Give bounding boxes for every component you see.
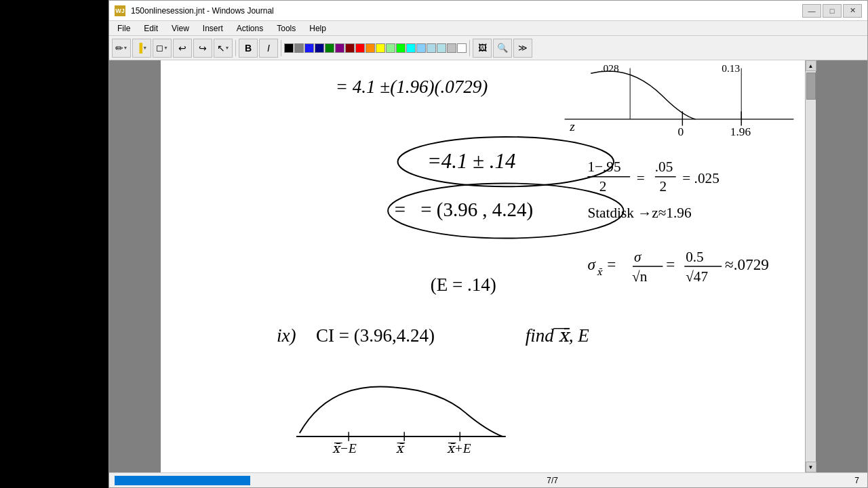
left-black-bar bbox=[0, 0, 108, 488]
pen-tool-button[interactable]: ✏ ▼ bbox=[112, 39, 131, 58]
svg-text:z: z bbox=[569, 119, 575, 134]
menu-tools[interactable]: Tools bbox=[271, 22, 301, 35]
svg-text:x̄: x̄ bbox=[597, 267, 603, 277]
bold-button[interactable]: B bbox=[239, 39, 258, 58]
svg-text:x̄+E: x̄+E bbox=[447, 441, 471, 455]
svg-text:x̄−E: x̄−E bbox=[332, 441, 357, 455]
svg-text:≈.0729: ≈.0729 bbox=[725, 256, 769, 273]
scroll-up-arrow[interactable]: ▲ bbox=[806, 60, 816, 71]
color-dark-red[interactable] bbox=[345, 43, 355, 53]
color-purple[interactable] bbox=[335, 43, 344, 53]
svg-text:0.13: 0.13 bbox=[722, 62, 740, 74]
pen-icon: ✏ bbox=[115, 43, 123, 54]
image-icon: 🖼 bbox=[478, 43, 487, 53]
maximize-button[interactable]: □ bbox=[823, 4, 842, 18]
svg-text:=: = bbox=[395, 199, 406, 220]
redo-button[interactable]: ↪ bbox=[193, 39, 212, 58]
scroll-down-arrow[interactable]: ▼ bbox=[806, 462, 816, 472]
svg-text:CI = (3.96,4.24): CI = (3.96,4.24) bbox=[316, 325, 435, 346]
svg-text:1−.95: 1−.95 bbox=[587, 159, 620, 175]
svg-text:=: = bbox=[607, 256, 616, 273]
svg-text:√47: √47 bbox=[686, 268, 708, 285]
menu-actions[interactable]: Actions bbox=[231, 22, 269, 35]
window-title: 150onlinesession.jnt - Windows Journal bbox=[131, 6, 797, 16]
menu-insert[interactable]: Insert bbox=[197, 22, 229, 35]
svg-text:2: 2 bbox=[599, 178, 607, 195]
color-light-blue[interactable] bbox=[416, 43, 426, 53]
menu-edit[interactable]: Edit bbox=[138, 22, 163, 35]
color-gray[interactable] bbox=[294, 43, 304, 53]
page-number: 7 bbox=[854, 476, 859, 485]
canvas-area: = 4.1 ±(1.96)(.0729) z 0 1.96 .028 bbox=[109, 60, 867, 472]
menu-help[interactable]: Help bbox=[304, 22, 332, 35]
color-blue[interactable] bbox=[304, 43, 314, 53]
eraser-button[interactable]: ◻ ▼ bbox=[153, 39, 172, 58]
color-powder-blue[interactable] bbox=[437, 43, 446, 53]
color-swatches bbox=[284, 43, 467, 53]
toolbar-sep-1 bbox=[235, 40, 236, 56]
titlebar: WJ 150onlinesession.jnt - Windows Journa… bbox=[109, 1, 867, 21]
color-bright-green[interactable] bbox=[396, 43, 406, 53]
svg-text:x̄: x̄ bbox=[396, 441, 405, 455]
app-icon: WJ bbox=[115, 5, 125, 16]
color-red[interactable] bbox=[355, 43, 365, 53]
svg-text:(E = .14): (E = .14) bbox=[431, 274, 496, 295]
toolbar-sep-3 bbox=[469, 40, 470, 56]
vertical-scrollbar[interactable]: ▲ ▼ bbox=[805, 60, 816, 472]
insert-image-button[interactable]: 🖼 bbox=[473, 39, 492, 58]
svg-text:.05: .05 bbox=[655, 159, 673, 175]
color-white[interactable] bbox=[457, 43, 467, 53]
svg-text:Statdisk →z≈1.96: Statdisk →z≈1.96 bbox=[587, 205, 691, 221]
window-controls: — □ ✕ bbox=[802, 4, 862, 18]
more-icon: ≫ bbox=[518, 43, 528, 53]
svg-text:=: = bbox=[637, 170, 645, 186]
journal-page[interactable]: = 4.1 ±(1.96)(.0729) z 0 1.96 .028 bbox=[161, 60, 805, 472]
color-silver[interactable] bbox=[447, 43, 456, 53]
scroll-thumb[interactable] bbox=[806, 73, 816, 100]
svg-text:2: 2 bbox=[660, 178, 667, 195]
application-window: WJ 150onlinesession.jnt - Windows Journa… bbox=[108, 0, 868, 488]
arrow-icon: ↖ bbox=[217, 43, 225, 54]
svg-text:.028: .028 bbox=[601, 62, 619, 74]
color-light-green[interactable] bbox=[386, 43, 395, 53]
color-yellow[interactable] bbox=[376, 43, 385, 53]
svg-text:=4.1 ± .14: =4.1 ± .14 bbox=[427, 149, 515, 173]
italic-icon: I bbox=[267, 43, 270, 54]
toolbar: ✏ ▼ ▐ ▼ ◻ ▼ ↩ ↪ ↖ ▼ B I bbox=[109, 36, 867, 60]
color-pale-blue[interactable] bbox=[427, 43, 436, 53]
menu-file[interactable]: File bbox=[112, 22, 136, 35]
svg-text:= 4.1 ±(1.96)(.0729): = 4.1 ±(1.96)(.0729) bbox=[336, 77, 488, 97]
undo-button[interactable]: ↩ bbox=[173, 39, 192, 58]
highlighter-icon: ▐ bbox=[136, 43, 142, 53]
toolbar-sep-2 bbox=[281, 40, 281, 56]
search-button[interactable]: 🔍 bbox=[493, 39, 512, 58]
undo-icon: ↩ bbox=[178, 43, 186, 54]
math-svg: = 4.1 ±(1.96)(.0729) z 0 1.96 .028 bbox=[161, 60, 805, 472]
svg-text:σ: σ bbox=[634, 249, 642, 265]
highlighter-button[interactable]: ▐ ▼ bbox=[132, 39, 151, 58]
color-green[interactable] bbox=[325, 43, 334, 53]
svg-text:σ: σ bbox=[587, 256, 596, 273]
minimize-button[interactable]: — bbox=[802, 4, 821, 18]
svg-text:= (3.96 , 4.24): = (3.96 , 4.24) bbox=[420, 199, 533, 221]
italic-button[interactable]: I bbox=[259, 39, 278, 58]
svg-text:√n: √n bbox=[632, 268, 648, 285]
more-button[interactable]: ≫ bbox=[513, 39, 532, 58]
statusbar-progress-bar bbox=[115, 476, 250, 485]
color-cyan[interactable] bbox=[406, 43, 416, 53]
color-black[interactable] bbox=[284, 43, 294, 53]
menu-view[interactable]: View bbox=[166, 22, 195, 35]
menubar: File Edit View Insert Actions Tools Help bbox=[109, 21, 867, 36]
arrow-button[interactable]: ↖ ▼ bbox=[214, 39, 233, 58]
redo-icon: ↪ bbox=[199, 43, 207, 54]
svg-text:ix): ix) bbox=[277, 325, 296, 346]
page-info: 7/7 bbox=[547, 476, 558, 485]
svg-text:0: 0 bbox=[678, 125, 684, 138]
eraser-icon: ◻ bbox=[156, 43, 163, 53]
svg-text:1.96: 1.96 bbox=[730, 125, 751, 138]
color-dark-blue[interactable] bbox=[315, 43, 324, 53]
close-button[interactable]: ✕ bbox=[843, 4, 862, 18]
svg-text:0.5: 0.5 bbox=[686, 249, 704, 265]
svg-text:=: = bbox=[666, 256, 675, 273]
color-orange[interactable] bbox=[366, 43, 375, 53]
